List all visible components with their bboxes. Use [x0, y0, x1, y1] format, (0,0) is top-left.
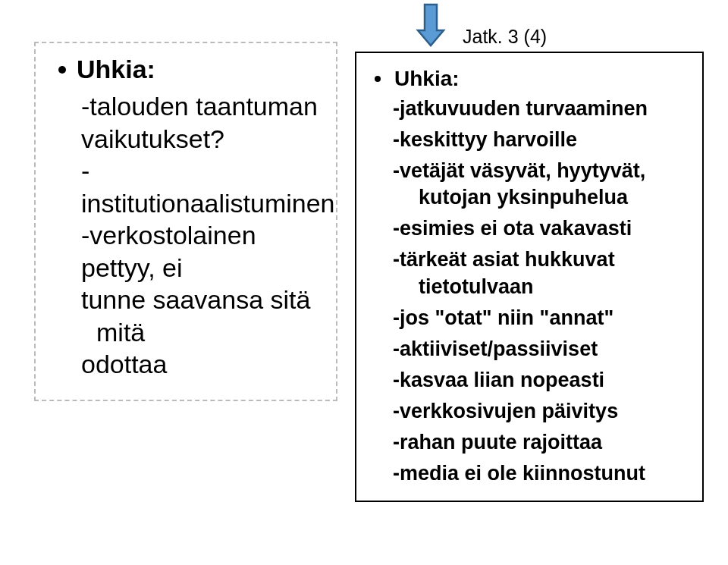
right-item-2-l1: -vetäjät väsyvät, hyytyvät, [393, 159, 645, 182]
svg-marker-1 [418, 30, 444, 46]
left-item-2-l2: tunne saavansa sitä mitä [58, 284, 321, 348]
right-item-5-l1: -jos "otat" niin "annat" [393, 306, 613, 329]
left-item-1-l1: -institutionaalistuminen [58, 155, 321, 219]
svg-rect-0 [425, 5, 437, 30]
right-item: -kasvaa liian nopeasti [375, 367, 692, 394]
right-item: -media ei ole kiinnostunut [375, 460, 692, 487]
right-item-1-l1: -keskittyy harvoille [393, 128, 577, 151]
right-item-9-l1: -rahan puute rajoittaa [393, 431, 602, 454]
right-item: -jos "otat" niin "annat" [375, 305, 692, 331]
right-text-box: Uhkia: -jatkuvuuden turvaaminen -keskitt… [355, 52, 704, 502]
right-heading-row: Uhkia: [375, 67, 692, 91]
left-item-0-l1: -talouden taantuman [58, 90, 321, 123]
right-item-7-l1: -kasvaa liian nopeasti [393, 369, 604, 391]
right-item: -jatkuvuuden turvaaminen [375, 96, 692, 122]
right-item: -aktiiviset/passiiviset [375, 336, 692, 363]
left-heading: Uhkia: [77, 55, 155, 83]
right-item: -keskittyy harvoille [375, 127, 692, 153]
right-item: -rahan puute rajoittaa [375, 429, 692, 456]
right-item-4-l1: -tärkeät asiat hukkuvat [393, 248, 615, 271]
right-item: -esimies ei ota vakavasti [375, 215, 692, 242]
down-arrow-icon [415, 3, 447, 46]
bullet-icon [375, 76, 381, 82]
right-item-3-l1: -esimies ei ota vakavasti [393, 217, 632, 240]
svg-rect-2 [425, 28, 436, 32]
left-item-2-l1: -verkostolainen pettyy, ei [58, 219, 321, 284]
right-item-0-l1: -jatkuvuuden turvaaminen [393, 97, 648, 120]
right-heading: Uhkia: [394, 67, 460, 90]
right-item-6-l1: -aktiiviset/passiiviset [393, 337, 598, 360]
right-item-8-l1: -verkkosivujen päivitys [393, 400, 618, 422]
right-item-4-l2: tietotulvaan [400, 274, 692, 300]
right-item: -vetäjät väsyvät, hyytyvät, kutojan yksi… [375, 158, 692, 211]
left-item-0-l2: vaikutukset? [58, 123, 321, 155]
right-item: -tärkeät asiat hukkuvat tietotulvaan [375, 246, 692, 300]
left-heading-row: Uhkia: [58, 55, 321, 84]
left-item-2-l3: odottaa [58, 348, 321, 381]
right-item-2-l2: kutojan yksinpuhelua [400, 184, 692, 211]
right-item-10-l1: -media ei ole kiinnostunut [393, 462, 645, 485]
continuation-label: Jatk. 3 (4) [463, 26, 547, 48]
slide: Uhkia: -talouden taantuman vaikutukset? … [0, 0, 728, 565]
bullet-icon [58, 66, 66, 74]
right-item: -verkkosivujen päivitys [375, 398, 692, 425]
left-text-box: Uhkia: -talouden taantuman vaikutukset? … [34, 42, 337, 401]
